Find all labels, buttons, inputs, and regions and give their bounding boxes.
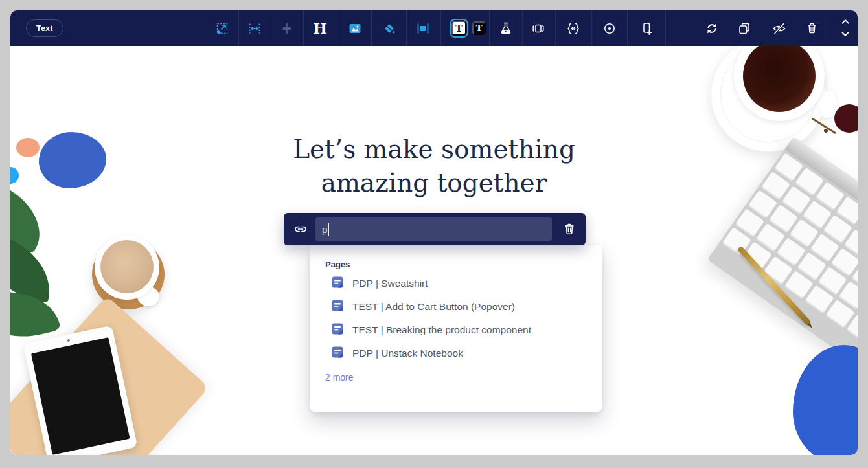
text-style-light-icon[interactable]: T — [451, 21, 466, 36]
page-suggestion-label: TEST | Add to Cart Button (Popover) — [352, 301, 515, 313]
page-icon — [331, 299, 344, 315]
toolbar-separator — [406, 10, 407, 46]
toolbar-separator — [627, 10, 628, 46]
background-fill-icon[interactable] — [376, 10, 402, 46]
text-style-dark-icon[interactable]: T — [472, 21, 486, 35]
page-suggestion-label: TEST | Breaking the product component — [352, 324, 531, 336]
resize-icon[interactable] — [209, 10, 235, 46]
show-more-pages-link[interactable]: 2 more — [325, 372, 354, 383]
element-type-badge[interactable]: Text — [26, 19, 63, 37]
vertical-align-icon[interactable] — [274, 10, 300, 46]
toolbar-separator — [489, 10, 490, 46]
page-icon — [331, 346, 344, 361]
hero-heading[interactable]: Let’s make something amazing together — [10, 133, 858, 200]
toolbar-separator — [238, 10, 239, 46]
delete-trash-icon[interactable] — [799, 10, 825, 46]
toolbar-separator — [371, 10, 372, 46]
dropdown-section-label: Pages — [325, 260, 587, 269]
hero-heading-line-2: amazing together — [10, 166, 858, 200]
text-style-group: T T — [451, 10, 486, 46]
target-dot-icon[interactable] — [597, 10, 622, 46]
move-down-icon[interactable] — [839, 29, 851, 40]
page-suggestion-item[interactable]: TEST | Breaking the product component — [325, 318, 587, 342]
text-caret — [328, 223, 329, 236]
toolbar-separator — [337, 10, 337, 46]
page-icon — [331, 322, 344, 338]
hero-heading-line-1: Let’s make something — [10, 133, 858, 166]
blue-corner-blob-shape — [793, 345, 858, 455]
latte-cup — [95, 235, 159, 300]
toolbar-separator — [665, 10, 666, 46]
link-input-value: p — [322, 224, 327, 235]
link-icon — [293, 221, 308, 237]
page-suggestion-item[interactable]: PDP | Sweatshirt — [325, 272, 587, 295]
toolbar-separator — [827, 10, 827, 46]
editor-canvas: Let’s make something amazing together p … — [10, 10, 858, 455]
image-icon[interactable] — [342, 10, 368, 46]
add-mobile-screen-icon[interactable] — [634, 10, 659, 46]
element-toolbar: Text — [10, 10, 858, 46]
section-band-icon[interactable] — [410, 10, 436, 46]
remove-link-button[interactable] — [562, 222, 577, 236]
page-suggestion-item[interactable]: PDP | Unstack Notebook — [325, 342, 587, 365]
experiment-flask-icon[interactable] — [493, 10, 519, 46]
toolbar-separator — [440, 10, 441, 46]
page-icon — [331, 276, 344, 291]
page-suggestion-label: PDP | Sweatshirt — [352, 278, 428, 289]
refresh-icon[interactable] — [699, 10, 725, 46]
full-width-icon[interactable] — [242, 10, 268, 46]
page-suggestion-item[interactable]: TEST | Add to Cart Button (Popover) — [325, 295, 587, 318]
heading-icon[interactable]: H — [307, 10, 333, 46]
link-suggestions-dropdown: Pages PDP | Sweatshirt — [310, 245, 602, 412]
duplicate-icon[interactable] — [731, 10, 757, 46]
page-suggestion-label: PDP | Unstack Notebook — [352, 348, 463, 359]
toolbar-separator — [522, 10, 523, 46]
cherry — [834, 104, 858, 133]
toolbar-separator — [591, 10, 592, 46]
carousel-box-icon[interactable] — [525, 10, 551, 46]
link-url-input[interactable]: p — [315, 217, 552, 241]
move-section-group — [833, 10, 858, 46]
toolbar-separator — [271, 10, 271, 46]
toolbar-separator — [555, 10, 556, 46]
hide-eye-off-icon[interactable] — [766, 10, 792, 46]
toolbar-separator — [303, 10, 304, 46]
move-up-icon[interactable] — [839, 16, 851, 27]
spacing-braces-icon[interactable] — [560, 10, 586, 46]
link-popover-bar: p — [284, 213, 586, 245]
